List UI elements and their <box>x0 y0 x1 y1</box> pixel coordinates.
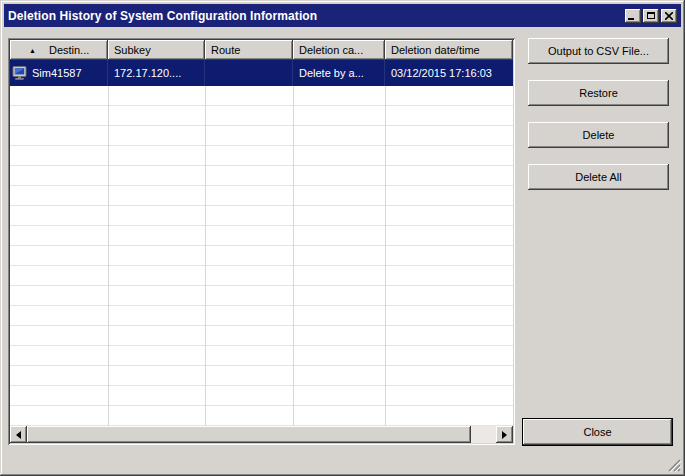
computer-icon <box>12 66 28 80</box>
deletion-cause-value: Delete by a... <box>299 67 364 79</box>
maximize-button[interactable] <box>643 9 659 23</box>
minimize-icon <box>628 18 634 20</box>
subkey-value: 172.17.120.... <box>114 67 181 79</box>
column-header-label: Deletion date/time <box>391 44 480 56</box>
maximize-icon <box>647 12 655 19</box>
column-header-deletion-datetime[interactable]: Deletion date/time <box>385 40 513 60</box>
cell-deletion-datetime: 03/12/2015 17:16:03 <box>385 60 513 86</box>
minimize-button[interactable] <box>625 9 641 23</box>
column-header-label: Destin... <box>49 44 89 56</box>
titlebar-close-button[interactable] <box>661 9 677 23</box>
delete-all-button[interactable]: Delete All <box>528 164 669 190</box>
cell-route <box>205 60 293 86</box>
deletion-datetime-value: 03/12/2015 17:16:03 <box>391 67 492 79</box>
cell-subkey: 172.17.120.... <box>108 60 205 86</box>
delete-button[interactable]: Delete <box>528 122 669 148</box>
deletion-history-table: ▲ Destin... Subkey Route Deletion ca... … <box>8 38 515 445</box>
titlebar-controls <box>625 9 677 23</box>
column-header-label: Subkey <box>114 44 151 56</box>
column-header-label: Deletion ca... <box>299 44 363 56</box>
dialog-window: Deletion History of System Configuration… <box>0 0 685 476</box>
table-empty-area <box>10 86 513 426</box>
titlebar[interactable]: Deletion History of System Configuration… <box>4 4 681 27</box>
table-row[interactable]: Sim41587 172.17.120.... Delete by a... 0… <box>10 60 513 86</box>
scroll-right-arrow-icon <box>502 431 507 439</box>
column-header-destination[interactable]: ▲ Destin... <box>10 40 108 60</box>
column-header-subkey[interactable]: Subkey <box>108 40 205 60</box>
cell-deletion-cause: Delete by a... <box>293 60 385 86</box>
scrollbar-track[interactable] <box>27 426 496 443</box>
scroll-left-button[interactable] <box>10 426 27 443</box>
column-header-route[interactable]: Route <box>205 40 293 60</box>
output-to-csv-button[interactable]: Output to CSV File... <box>528 38 669 64</box>
close-button[interactable]: Close <box>522 418 673 446</box>
scrollbar-thumb[interactable] <box>27 426 471 443</box>
column-header-deletion-cause[interactable]: Deletion ca... <box>293 40 385 60</box>
column-header-label: Route <box>211 44 240 56</box>
cell-destination: Sim41587 <box>10 60 108 86</box>
sort-ascending-icon: ▲ <box>29 47 36 54</box>
scroll-right-button[interactable] <box>496 426 513 443</box>
horizontal-scrollbar[interactable] <box>10 426 513 443</box>
table-header: ▲ Destin... Subkey Route Deletion ca... … <box>10 40 513 60</box>
scroll-left-arrow-icon <box>16 431 21 439</box>
resize-grip-icon[interactable] <box>668 459 681 472</box>
window-title: Deletion History of System Configuration… <box>8 9 317 23</box>
restore-button[interactable]: Restore <box>528 80 669 106</box>
destination-value: Sim41587 <box>32 67 82 79</box>
close-icon <box>665 12 673 20</box>
